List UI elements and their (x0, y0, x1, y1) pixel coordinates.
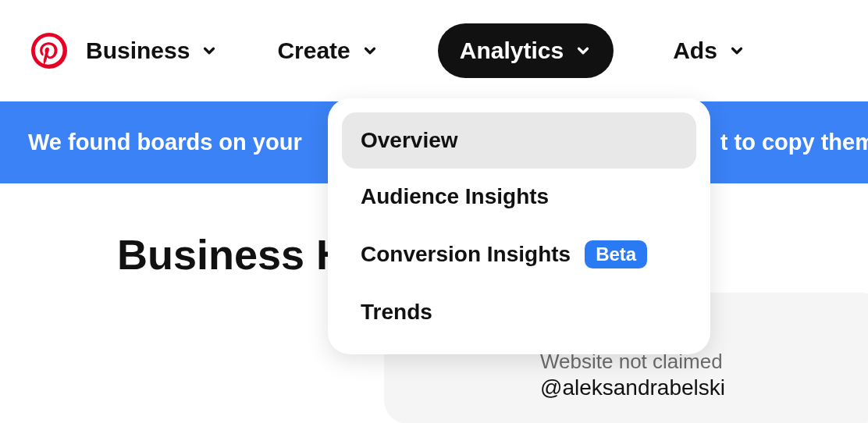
dropdown-item-label: Trends (361, 300, 432, 325)
nav-create-label: Create (277, 37, 350, 64)
nav-ads-label: Ads (673, 37, 717, 64)
banner-text-left: We found boards on your (28, 130, 302, 155)
analytics-dropdown: Overview Audience Insights Conversion In… (328, 98, 710, 354)
nav-analytics-label: Analytics (460, 37, 564, 64)
chevron-down-icon (201, 42, 218, 59)
profile-handle: @aleksandrabelski (540, 375, 845, 400)
nav-analytics[interactable]: Analytics (438, 23, 614, 78)
dropdown-item-overview[interactable]: Overview (342, 112, 696, 169)
nav-create[interactable]: Create (255, 23, 400, 78)
dropdown-item-conversion-insights[interactable]: Conversion Insights Beta (342, 225, 696, 284)
logo-business-group: Business (31, 33, 218, 69)
nav-business-label: Business (86, 37, 190, 64)
top-navigation: Business Create Analytics Ads (0, 0, 868, 101)
dropdown-item-label: Overview (361, 128, 458, 153)
dropdown-item-trends[interactable]: Trends (342, 284, 696, 340)
chevron-down-icon (361, 42, 379, 59)
banner-text-right: t to copy them (720, 130, 868, 155)
dropdown-item-audience-insights[interactable]: Audience Insights (342, 169, 696, 225)
nav-ads[interactable]: Ads (651, 23, 767, 78)
pinterest-logo-icon[interactable] (31, 33, 67, 69)
dropdown-item-label: Conversion Insights (361, 242, 571, 267)
dropdown-item-label: Audience Insights (361, 184, 549, 209)
chevron-down-icon (575, 42, 592, 59)
chevron-down-icon (728, 42, 745, 59)
nav-business[interactable]: Business (86, 37, 218, 64)
beta-badge: Beta (585, 240, 647, 268)
